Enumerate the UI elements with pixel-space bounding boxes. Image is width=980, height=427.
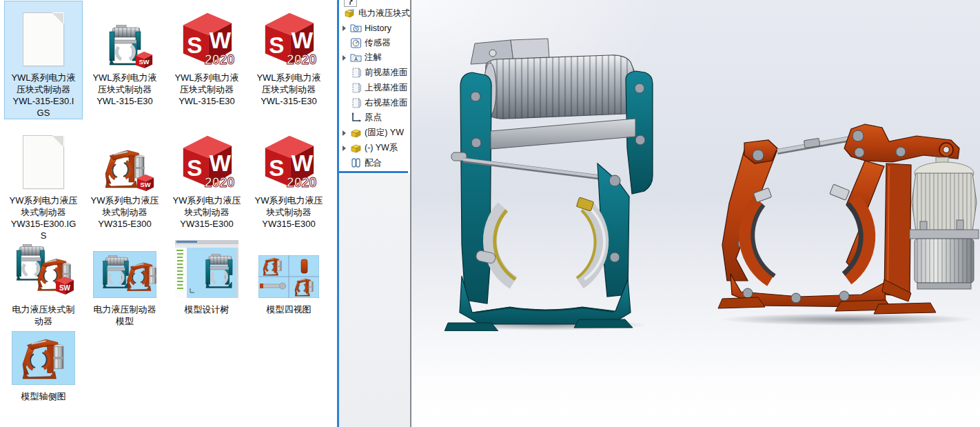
desktop-icon-label: YW系列电力液压 块式制动器 YW315-E300 [168,195,245,230]
tree-item-top-plane[interactable]: 上视基准面 [339,81,410,95]
desktop-icon-label: YW系列电力液压 块式制动器 YW315-E300 [86,195,163,230]
solidworks-2020-icon [260,7,318,66]
tree-item-label: 原点 [365,112,382,123]
axonometric-image-icon [12,331,75,385]
desktop-icon-sldasm-ywl-1[interactable]: YWL系列电力液 压块式制动器 YWL-315-E30 [168,1,245,107]
desktop-icon-label: YWL系列电力液 压块式制动器 YWL-315-E30 [86,72,163,107]
desktop-icon-sldasm-yw-1[interactable]: YW系列电力液压 块式制动器 YW315-E300 [168,124,245,230]
tree-item-label: 配合 [365,157,382,169]
desktop-icon-pic-design-tree[interactable]: 模型设计树 [168,239,245,315]
part-icon [350,127,362,139]
expand-arrow-icon[interactable] [343,146,346,151]
two-models-image-icon [93,251,156,298]
tree-item-part-floating[interactable]: (-) YW系 [339,141,410,155]
desktop-icon-pic-axonometric[interactable]: 模型轴侧图 [5,326,82,402]
annotations-folder-icon: A [350,52,362,63]
tree-item-history[interactable]: History [339,21,410,35]
tree-item-label: History [365,23,391,33]
part-icon [350,142,362,154]
desktop-icon-model-ywl[interactable]: YWL系列电力液 压块式制动器 YWL-315-E30 [86,1,163,107]
tree-item-part-fixed[interactable]: (固定) YW [339,126,410,140]
desktop-icon-pic-four-views[interactable]: 模型四视图 [250,239,327,315]
sw-badge-icon [134,50,154,69]
desktop-icon-label: YWL系列电力液 压块式制动器 YWL-315-E30 [168,72,245,107]
svg-text:A: A [354,57,358,61]
assembly-icon [344,8,356,19]
desktop-icon-label: YWL系列电力液 压块式制动器 YWL-315-E30 [250,72,327,107]
four-views-image-icon [258,255,319,298]
solidworks-2020-icon [178,130,236,189]
expand-arrow-icon[interactable] [343,26,346,31]
desktop-icon-label: YW系列电力液压 块式制动器 YW315-E300 [250,195,327,230]
desktop-icon-label: YWL系列电力液 压块式制动器 YWL-315-E30.I GS [5,72,82,119]
sw-badge-icon [136,172,155,192]
orange-brake-model[interactable] [717,121,980,328]
desktop-icon-label: 模型四视图 [250,304,327,315]
plane-icon [350,97,362,109]
model-pair-thumbnail-icon [10,244,76,298]
tree-item-right-plane[interactable]: 右视基准面 [339,96,410,110]
desktop-icon-label: 电力液压块式制 动器 [5,304,82,327]
solidworks-2020-icon [260,130,318,189]
tree-item-assembly-root[interactable]: 电力液压块式制 [339,6,410,21]
desktop-icon-label: YW系列电力液压 块式制动器 YW315-E300.IG S [5,195,82,241]
tree-item-label: 前视基准面 [365,67,408,79]
mates-icon [350,157,362,169]
tree-item-label: 传感器 [365,37,391,49]
plane-icon [350,82,362,94]
rollback-bar[interactable] [339,171,408,173]
expand-arrow-icon[interactable] [343,55,346,61]
igs-document-icon [23,12,64,66]
tree-item-label: 注解 [365,52,382,63]
teal-brake-model[interactable] [445,38,658,331]
desktop-icon-model-pair[interactable]: 电力液压块式制 动器 [5,239,82,327]
desktop-icon-label: 模型设计树 [168,304,245,315]
design-tree-image-icon [175,240,238,298]
tree-item-mates[interactable]: 配合 [339,156,410,170]
tree-item-sensors[interactable]: 传感器 [339,36,410,50]
tree-item-label: (固定) YW [365,127,404,139]
expand-arrow-icon[interactable] [343,130,346,136]
tree-item-label: (-) YW系 [365,142,398,154]
tree-item-annotations[interactable]: A 注解 [339,50,410,65]
igs-document-icon [23,135,64,189]
desktop-icon-label: 模型轴侧图 [5,390,82,402]
tree-item-label: 电力液压块式制 [358,8,410,19]
desktop-icon-igs-ywl[interactable]: YWL系列电力液 压块式制动器 YWL-315-E30.I GS [5,1,82,119]
tree-item-front-plane[interactable]: 前视基准面 [339,66,410,80]
sensors-icon [350,37,362,49]
desktop-icon-label: 电力液压制动器 模型 [86,304,163,327]
solidworks-2020-icon [178,7,236,66]
tree-item-label: 上视基准面 [365,82,408,94]
feature-manager-tab-icon [347,0,353,5]
desktop-icon-model-yw[interactable]: YW系列电力液压 块式制动器 YW315-E300 [86,124,163,230]
desktop-icon-sldasm-yw-2[interactable]: YW系列电力液压 块式制动器 YW315-E300 [250,124,327,230]
origin-icon [350,112,362,123]
screen: { "desktop": { "sw_cube": { "left_letter… [0,0,980,427]
graphics-viewport[interactable] [411,0,980,427]
desktop-icon-sldasm-ywl-2[interactable]: YWL系列电力液 压块式制动器 YWL-315-E30 [250,1,327,107]
plane-icon [350,67,362,79]
desktop-icon-igs-yw[interactable]: YW系列电力液压 块式制动器 YW315-E300.IG S [5,124,82,241]
tree-item-label: 右视基准面 [365,97,408,109]
history-folder-icon [350,22,362,34]
desktop-icon-pic-models[interactable]: 电力液压制动器 模型 [86,239,163,327]
tree-item-origin[interactable]: 原点 [339,110,410,125]
